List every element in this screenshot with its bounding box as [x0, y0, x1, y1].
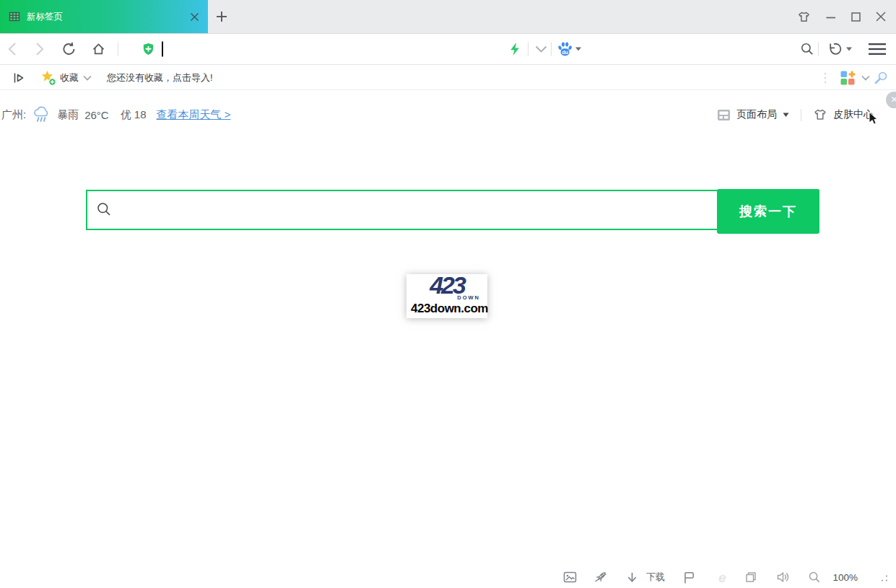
- search-page-icon[interactable]: [800, 42, 814, 56]
- divider: [118, 43, 118, 56]
- window-mode-icon[interactable]: [744, 571, 757, 584]
- download-label[interactable]: 下载: [646, 571, 665, 584]
- home-button[interactable]: [91, 42, 106, 56]
- site-logo: 423 DOWN 423down.com: [406, 274, 487, 318]
- search-button[interactable]: 搜索一下: [717, 189, 819, 234]
- forward-button[interactable]: [35, 42, 45, 56]
- search-box: 搜索一下: [86, 190, 819, 230]
- speaker-icon[interactable]: [776, 570, 791, 584]
- window-controls: [797, 0, 886, 33]
- favorites-star-icon[interactable]: [40, 70, 56, 86]
- more-dots-icon[interactable]: [824, 72, 827, 84]
- mouse-cursor: [869, 112, 878, 125]
- rocket-boost-icon[interactable]: [593, 570, 608, 584]
- weather-week-link[interactable]: 查看本周天气 >: [157, 108, 231, 122]
- picture-icon[interactable]: [562, 570, 578, 584]
- bookmarks-empty-hint[interactable]: 您还没有收藏，点击导入!: [107, 71, 213, 84]
- close-button[interactable]: [876, 12, 886, 22]
- skin-shirt-icon: [813, 108, 827, 121]
- rain-cloud-icon: [32, 106, 51, 123]
- baidu-icon[interactable]: du: [557, 42, 573, 57]
- browser-window: 新标签页: [0, 0, 896, 588]
- float-close-button[interactable]: ✕: [886, 92, 896, 108]
- sidebar-expand-icon[interactable]: [13, 71, 25, 84]
- address-caret: [162, 42, 163, 57]
- logo-number: 423: [411, 276, 483, 295]
- proxy-search-icon[interactable]: [874, 71, 888, 85]
- search-input[interactable]: [119, 193, 682, 227]
- feedback-flag-icon[interactable]: [682, 571, 695, 584]
- divider: [551, 43, 552, 56]
- baidu-dropdown-icon[interactable]: [575, 47, 581, 51]
- favorites-label[interactable]: 收藏: [60, 71, 79, 84]
- new-tab-button[interactable]: [216, 11, 227, 22]
- divider: [801, 109, 801, 121]
- navigation-toolbar: du: [0, 33, 896, 65]
- weather-condition: 暴雨: [57, 108, 79, 122]
- undo-dropdown-icon[interactable]: [846, 47, 852, 51]
- address-input[interactable]: [168, 43, 492, 55]
- logo-domain: 423down.com: [411, 302, 483, 316]
- page-layout-icon: [717, 108, 731, 122]
- divider: [818, 43, 819, 56]
- tab-active[interactable]: 新标签页: [0, 0, 208, 33]
- status-bar: 下载 e 100%: [562, 566, 896, 588]
- search-magnifier-icon: [96, 201, 112, 217]
- menu-icon[interactable]: [868, 43, 887, 56]
- download-arrow-icon[interactable]: [625, 571, 639, 584]
- titlebar-skin-shirt-icon[interactable]: [797, 11, 811, 23]
- weather-temperature: 26°C: [84, 109, 109, 121]
- page-layout-dropdown-icon[interactable]: [783, 113, 789, 118]
- skin-center-label[interactable]: 皮肤中心: [833, 108, 874, 121]
- tab-close-icon[interactable]: [190, 12, 199, 22]
- weather-city: 广州:: [1, 108, 26, 122]
- undo-restore-icon[interactable]: [826, 42, 842, 56]
- zoom-search-icon[interactable]: [808, 571, 821, 584]
- apps-chevron-icon[interactable]: [861, 75, 870, 81]
- minimize-button[interactable]: [826, 12, 836, 22]
- maximize-button[interactable]: [851, 12, 861, 22]
- tab-title: 新标签页: [27, 11, 190, 23]
- resize-grip-icon[interactable]: [879, 572, 889, 582]
- refresh-button[interactable]: [61, 42, 77, 57]
- ie-icon[interactable]: e: [718, 571, 726, 584]
- divider: [528, 43, 529, 56]
- svg-text:du: du: [562, 49, 568, 56]
- weather-widget: 广州: 暴雨 26°C 优 18 查看本周天气 >: [1, 105, 230, 124]
- lightning-icon[interactable]: [508, 43, 520, 56]
- security-shield-icon[interactable]: [142, 43, 155, 56]
- tab-bar: 新标签页: [0, 0, 896, 33]
- page-tools: 页面布局 皮肤中心: [717, 106, 874, 123]
- back-button[interactable]: [7, 42, 17, 56]
- app-grid-icon[interactable]: [840, 70, 856, 86]
- chevron-down-icon[interactable]: [535, 45, 547, 53]
- page-layout-label[interactable]: 页面布局: [736, 108, 777, 121]
- weather-air-quality: 优 18: [121, 108, 147, 122]
- favorites-chevron-icon[interactable]: [83, 75, 92, 81]
- zoom-level[interactable]: 100%: [832, 572, 858, 583]
- bookmarks-bar: 收藏 您还没有收藏，点击导入!: [0, 66, 896, 90]
- newtab-grid-icon: [9, 11, 20, 22]
